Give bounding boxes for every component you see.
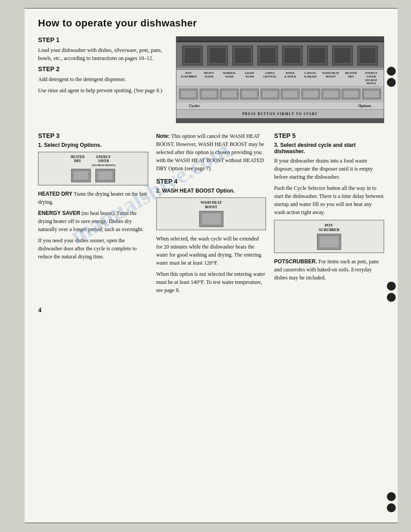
panel-slot <box>257 46 278 65</box>
drying-labels-row: HEATEDDRY ENERGYSAVER(NO HEAT BOOST) <box>71 155 116 167</box>
energy-saver-qualifier: (no heat boost). <box>81 210 116 216</box>
panel-top-stripe <box>176 37 384 42</box>
panel-label-heateddry: HEATEDDRY <box>342 71 360 85</box>
step3-tip-text: If you need your dishes sooner, open the… <box>38 236 148 261</box>
panel-btn-washheatboost[interactable] <box>321 89 340 99</box>
panel-cycles-options: Cycles Options <box>176 102 384 109</box>
heated-dry-btn[interactable] <box>71 169 91 182</box>
steps-1-2: STEP 1 Load your dishwasher with dishes,… <box>38 36 168 123</box>
page-number: 4 <box>38 306 384 314</box>
nav-dot <box>387 293 396 302</box>
step2-header: STEP 2 <box>38 65 168 73</box>
potscrubber-description: POTSCRUBBER. For items such as pots, pan… <box>274 257 384 282</box>
step4-subheader: 2. WASH HEAT BOOST Option. <box>156 188 266 194</box>
panel-btn-lightwash[interactable] <box>240 89 259 99</box>
step4-text1: When selected, the wash cycle will be ex… <box>156 235 266 267</box>
potscrubber-bold-label: POTSCRUBBER. <box>274 258 317 265</box>
panel-slot <box>282 46 303 65</box>
panel-btn-energysaver[interactable] <box>362 89 381 99</box>
panel-slot <box>332 46 353 65</box>
panel-label-normalwash: NORMALWASH <box>220 71 238 85</box>
panel-label-lightwash: LIGHTWASH <box>241 71 259 85</box>
panel-slot <box>357 46 378 65</box>
wash-heat-boost-btn[interactable] <box>199 211 223 227</box>
dishwasher-panel: POT-SCRUBBER HEAVYWASH NORMALWASH LIGHTW… <box>176 36 384 123</box>
nav-dots-top <box>387 67 396 87</box>
energy-saver-bold-label: ENERGY SAVER <box>38 210 80 216</box>
panel-label-energysaver: ENERGYSAVER(NO HEAT BOOST) <box>362 71 380 85</box>
panel-label-chinacrystal: CHINACRYSTAL <box>261 71 279 85</box>
step5-header: STEP 5 <box>274 132 384 139</box>
step2-text2: Use rinse aid agent to help prevent spot… <box>38 86 168 94</box>
step1-block: STEP 1 Load your dishwasher with dishes,… <box>38 36 168 62</box>
wash-heat-boost-wrap: WASH HEATBOOST <box>199 201 223 227</box>
drying-btn-row <box>71 169 115 182</box>
step4-text2: When this option is not selected the ent… <box>156 270 266 294</box>
panel-btn-heateddry[interactable] <box>342 89 360 99</box>
nav-dot <box>387 282 396 291</box>
nav-dot <box>387 67 396 76</box>
wash-heat-boost-label: WASH HEATBOOST <box>201 201 222 209</box>
panel-btn-heavywash[interactable] <box>200 89 218 99</box>
panel-press-bar: PRESS BUTTON FIRMLY TO START <box>176 109 384 118</box>
panel-label-heavywash: HEAVYWASH <box>200 71 218 85</box>
panel-btn-potscrubber[interactable] <box>179 89 198 99</box>
panel-btn-rinsehold[interactable] <box>281 89 300 99</box>
nav-dots-middle <box>387 282 396 302</box>
potscrubber-btn[interactable] <box>317 234 341 250</box>
step3-col: STEP 3 1. Select Drying Options. HEATEDD… <box>38 132 148 297</box>
panel-slot <box>232 46 253 65</box>
panel-slot-area <box>176 42 384 67</box>
nav-dot <box>387 78 396 87</box>
panel-slot <box>307 46 328 65</box>
panel-label-washheatboost: WASH HEATBOOST <box>322 71 340 85</box>
heated-dry-description: HEATED DRY Turns the drying heater on fo… <box>38 190 148 206</box>
note-label: Note: <box>156 133 170 139</box>
step5-text1: If your dishwasher drains into a food wa… <box>274 157 384 181</box>
panel-bottom-bar <box>176 118 384 123</box>
step5-text2: Push the Cycle Selector button all the w… <box>274 184 384 216</box>
panel-pushbuttons-row <box>176 86 384 102</box>
step5-col: STEP 5 3. Select desired cycle and start… <box>274 132 384 297</box>
nav-dot <box>387 492 396 501</box>
nav-dot <box>387 503 396 512</box>
step3-header: STEP 3 <box>38 132 148 139</box>
panel-btn-canceldrain[interactable] <box>301 89 320 99</box>
top-section: STEP 1 Load your dishwasher with dishes,… <box>38 36 384 123</box>
panel-btn-normalwash[interactable] <box>220 89 239 99</box>
dishwasher-panel-area: POT-SCRUBBER HEAVYWASH NORMALWASH LIGHTW… <box>176 36 384 123</box>
energy-saver-btn[interactable] <box>95 169 115 182</box>
note-text: This option will cancel the WASH HEAT BO… <box>156 133 264 172</box>
panel-labels-row: POT-SCRUBBER HEAVYWASH NORMALWASH LIGHTW… <box>176 70 384 86</box>
panel-slot <box>182 46 203 65</box>
potscrubber-box: POT-SCRUBBER <box>274 220 384 253</box>
page-content: manualshive.com How to operate your dish… <box>25 8 398 523</box>
step1-text: Load your dishwasher with dishes, silver… <box>38 46 168 62</box>
panel-label-rinsehold: RINSE& HOLD <box>281 71 299 85</box>
energy-saver-description: ENERGY SAVER (no heat boost). Turns the … <box>38 209 148 233</box>
step5-subheader: 3. Select desired cycle and start dishwa… <box>274 142 384 154</box>
panel-label-canceldrain: CANCEL& DRAIN <box>301 71 319 85</box>
press-text: PRESS BUTTON FIRMLY TO START <box>242 112 318 116</box>
potscrubber-wrap: POT-SCRUBBER <box>317 223 341 250</box>
heated-dry-bold-label: HEATED DRY <box>38 191 73 197</box>
panel-slot <box>207 46 228 65</box>
bottom-section: STEP 3 1. Select Drying Options. HEATEDD… <box>38 132 384 297</box>
step1-header: STEP 1 <box>38 36 168 43</box>
panel-btn-chinacrystal[interactable] <box>261 89 279 99</box>
step2-text1: Add detergent to the detergent dispenser… <box>38 75 168 83</box>
cycles-label: Cycles <box>189 103 200 108</box>
step2-block: STEP 2 Add detergent to the detergent di… <box>38 65 168 94</box>
nav-dots-bottom <box>387 492 396 512</box>
step3-note: Note: This option will cancel the WASH H… <box>156 132 266 172</box>
potscrubber-label: POT-SCRUBBER <box>319 223 339 232</box>
drying-options-box: HEATEDDRY ENERGYSAVER(NO HEAT BOOST) <box>38 152 148 185</box>
heated-dry-box-label: HEATEDDRY <box>71 155 85 167</box>
options-label: Options <box>358 103 371 108</box>
energy-saver-box-label: ENERGYSAVER(NO HEAT BOOST) <box>92 155 116 167</box>
step4-col: Note: This option will cancel the WASH H… <box>156 132 266 297</box>
page-title: How to operate your dishwasher <box>38 17 384 29</box>
step4-header: STEP 4 <box>156 178 266 185</box>
step3-subheader: 1. Select Drying Options. <box>38 142 148 148</box>
panel-label-potscrubber: POT-SCRUBBER <box>180 71 198 85</box>
